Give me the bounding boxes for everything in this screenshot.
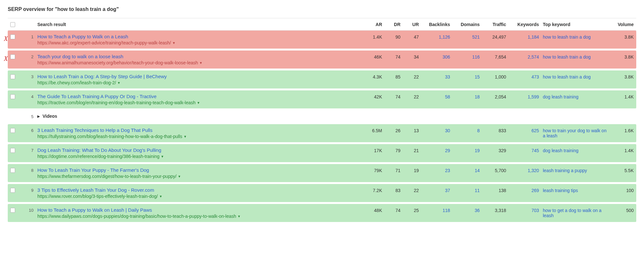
col-traffic[interactable]: Traffic <box>484 22 506 27</box>
keywords-link[interactable]: 269 <box>510 187 539 193</box>
col-dr[interactable]: DR <box>386 22 400 27</box>
videos-row[interactable]: 5▶Videos <box>8 110 636 122</box>
col-ar[interactable]: AR <box>363 22 382 27</box>
result-url[interactable]: https://www.akc.org/expert-advice/traini… <box>37 40 359 45</box>
ar-value: 46K <box>363 54 382 60</box>
col-volume[interactable]: Volume <box>611 22 634 27</box>
ar-value: 1.4K <box>363 34 382 40</box>
backlinks-link[interactable]: 118 <box>423 207 450 213</box>
domains-link[interactable]: 15 <box>454 74 480 79</box>
backlinks-link[interactable]: 58 <box>423 94 450 99</box>
result-url[interactable]: https://be.chewy.com/leash-train-dog-2/▼ <box>37 80 359 85</box>
volume-value: 3.8K <box>611 74 634 79</box>
top-keyword-link[interactable]: how to leash train a dog <box>543 74 607 79</box>
row-checkbox[interactable] <box>10 34 15 39</box>
col-keywords[interactable]: Keywords <box>510 22 539 27</box>
result-title-link[interactable]: How to Teach a Puppy to Walk on Leash | … <box>37 207 359 213</box>
row-checkbox[interactable] <box>10 74 15 79</box>
keywords-link[interactable]: 703 <box>510 207 539 213</box>
caret-down-icon[interactable]: ▼ <box>178 175 181 178</box>
table-body: X1How to Teach a Puppy to Walk on a Leas… <box>8 31 636 222</box>
result-title-link[interactable]: Teach your dog to walk on a loose leash <box>37 54 359 59</box>
row-checkbox[interactable] <box>10 188 15 193</box>
row-checkbox[interactable] <box>10 208 15 213</box>
backlinks-link[interactable]: 29 <box>423 147 450 153</box>
top-keyword-link[interactable]: how to leash train a dog <box>543 54 607 60</box>
dr-value: 79 <box>386 147 400 153</box>
backlinks-link[interactable]: 30 <box>423 127 450 133</box>
caret-down-icon[interactable]: ▼ <box>237 215 241 218</box>
domains-link[interactable]: 521 <box>454 34 480 40</box>
caret-down-icon[interactable]: ▼ <box>199 61 203 65</box>
caret-down-icon[interactable]: ▼ <box>161 155 164 158</box>
domains-link[interactable]: 18 <box>454 94 480 99</box>
caret-down-icon[interactable]: ▼ <box>197 101 200 105</box>
rank: 5 <box>24 114 34 119</box>
backlinks-link[interactable]: 1,126 <box>423 34 450 40</box>
row-checkbox[interactable] <box>10 128 15 133</box>
volume-value: 3.8K <box>611 54 634 60</box>
keywords-link[interactable]: 745 <box>510 147 539 153</box>
result-url[interactable]: https://tullystraining.com/blog/leash-tr… <box>37 134 359 139</box>
top-keyword-link[interactable]: leash training a puppy <box>543 167 607 173</box>
result-url[interactable]: https://tractive.com/blog/en/training-en… <box>37 100 359 105</box>
row-checkbox[interactable] <box>10 94 15 99</box>
volume-value: 3.8K <box>611 34 634 40</box>
col-ur[interactable]: UR <box>404 22 419 27</box>
top-keyword-link[interactable]: how to leash train a dog <box>543 34 607 40</box>
result-url[interactable]: https://www.thefarmersdog.com/digest/how… <box>37 174 359 179</box>
domains-link[interactable]: 116 <box>454 54 480 60</box>
result-title-link[interactable]: 3 Leash Training Techniques to Help a Do… <box>37 127 359 133</box>
ur-value: 13 <box>404 127 419 133</box>
result-title-link[interactable]: 3 Tips to Effectively Leash Train Your D… <box>37 187 359 193</box>
videos-toggle[interactable]: ▶Videos <box>37 114 359 119</box>
result-title-link[interactable]: The Guide To Leash Training A Puppy Or D… <box>37 94 359 99</box>
caret-down-icon[interactable]: ▼ <box>184 135 187 138</box>
col-backlinks[interactable]: Backlinks <box>423 22 450 27</box>
domains-link[interactable]: 19 <box>454 147 480 153</box>
top-keyword-link[interactable]: dog leash training <box>543 147 607 153</box>
col-search-result[interactable]: Search result <box>37 22 359 27</box>
domains-link[interactable]: 36 <box>454 207 480 213</box>
domains-link[interactable]: 8 <box>454 127 480 133</box>
result-url[interactable]: https://dogtime.com/reference/dog-traini… <box>37 154 359 159</box>
col-domains[interactable]: Domains <box>454 22 480 27</box>
keywords-link[interactable]: 2,574 <box>510 54 539 60</box>
result-url[interactable]: https://www.animalhumanesociety.org/beha… <box>37 60 359 65</box>
keywords-link[interactable]: 1,320 <box>510 167 539 173</box>
top-keyword-link[interactable]: how to train your dog to walk on a leash <box>543 127 607 138</box>
select-all-checkbox[interactable] <box>10 22 15 27</box>
result-title-link[interactable]: Dog Leash Training: What To Do About You… <box>37 147 359 153</box>
ar-value: 79K <box>363 167 382 173</box>
row-checkbox[interactable] <box>10 148 15 153</box>
x-mark-icon: X <box>4 35 8 42</box>
backlinks-link[interactable]: 23 <box>423 167 450 173</box>
top-keyword-link[interactable]: leash training tips <box>543 187 607 193</box>
domains-link[interactable]: 11 <box>454 187 480 193</box>
backlinks-link[interactable]: 37 <box>423 187 450 193</box>
rank: 9 <box>24 187 34 193</box>
row-checkbox[interactable] <box>10 54 15 59</box>
col-top-keyword[interactable]: Top keyword <box>543 22 607 27</box>
result-title-link[interactable]: How to Leash Train a Dog: A Step-by Step… <box>37 74 359 79</box>
caret-down-icon[interactable]: ▼ <box>172 41 176 45</box>
backlinks-link[interactable]: 33 <box>423 74 450 79</box>
keywords-link[interactable]: 473 <box>510 74 539 79</box>
keywords-link[interactable]: 625 <box>510 127 539 133</box>
ar-value: 7.2K <box>363 187 382 193</box>
row-checkbox[interactable] <box>10 168 15 173</box>
result-url[interactable]: https://www.rover.com/blog/3-tips-effect… <box>37 194 359 199</box>
volume-value: 100 <box>611 187 634 193</box>
result-title-link[interactable]: How to Teach a Puppy to Walk on a Leash <box>37 34 359 39</box>
keywords-link[interactable]: 1,184 <box>510 34 539 40</box>
domains-link[interactable]: 14 <box>454 167 480 173</box>
top-keyword-link[interactable]: dog leash training <box>543 94 607 99</box>
caret-down-icon[interactable]: ▼ <box>159 195 162 198</box>
keywords-link[interactable]: 1,599 <box>510 94 539 99</box>
result-url[interactable]: https://www.dailypaws.com/dogs-puppies/d… <box>37 214 359 219</box>
backlinks-link[interactable]: 306 <box>423 54 450 60</box>
caret-down-icon[interactable]: ▼ <box>117 81 120 85</box>
result-title-link[interactable]: How To Leash Train Your Puppy - The Farm… <box>37 167 359 173</box>
rank: 6 <box>24 127 34 133</box>
top-keyword-link[interactable]: how to get a dog to walk on a leash <box>543 207 607 218</box>
